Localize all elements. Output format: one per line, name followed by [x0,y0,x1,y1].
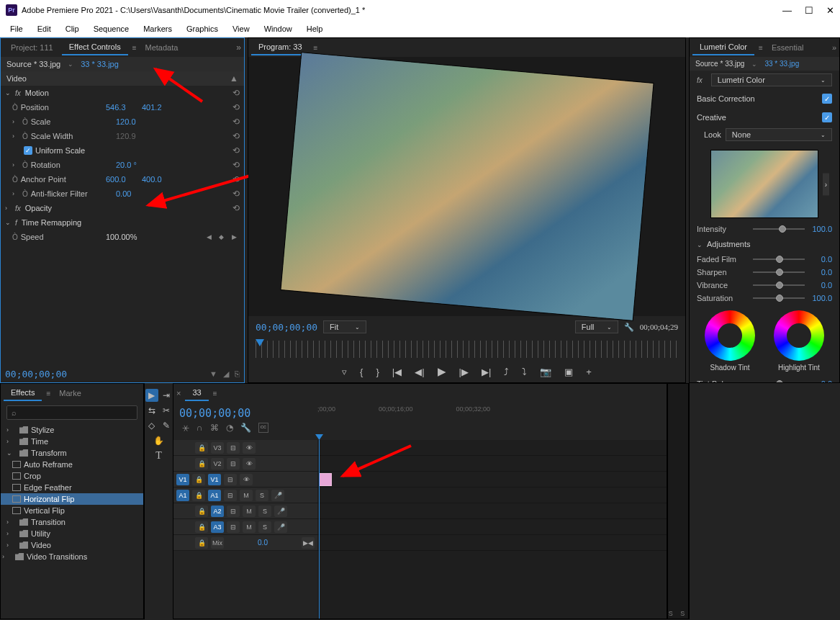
rotation-value[interactable]: 20.0 ° [116,161,152,169]
eye-icon[interactable]: 👁 [243,458,256,470]
track-label[interactable]: V2 [211,458,224,470]
timeline-ruler[interactable]: ;00;00 00;00;16;00 00;00;32;00 [317,403,667,440]
panel-menu-icon[interactable]: ≡ [46,390,50,397]
track-label[interactable]: V1 [208,474,221,485]
track-label[interactable]: A1 [208,490,221,501]
wrench-icon[interactable]: 🔧 [624,323,634,332]
minimize-button[interactable]: — [782,5,792,16]
pen-tool[interactable]: ✎ [160,419,173,432]
toggle-output-icon[interactable]: ⊟ [227,506,240,517]
timeline-timecode[interactable]: 00;00;00;00 [179,407,312,420]
program-ruler[interactable] [256,341,678,358]
lock-icon[interactable]: 🔒 [192,474,205,485]
in-icon[interactable]: { [360,367,363,377]
cc-icon[interactable]: cc [258,423,268,433]
panel-menu-icon[interactable]: ≡ [132,44,137,52]
toggle-output-icon[interactable]: ⊟ [227,521,240,533]
stopwatch-icon[interactable]: Ò [22,190,28,198]
mix-value[interactable]: 0.0 [227,539,299,547]
reset-button[interactable]: ⟲ [232,203,240,213]
reset-button[interactable]: ⟲ [232,189,240,199]
track-label[interactable]: V3 [211,442,224,454]
sharpen-slider[interactable] [753,271,805,273]
marker-icon[interactable]: ▿ [342,367,347,377]
creative-section[interactable]: Creative✓ [690,108,839,127]
effect-horizontal-flip[interactable]: Horizontal Flip [1,493,143,505]
lock-icon[interactable]: 🔒 [195,458,208,470]
highlight-tint-wheel[interactable] [774,310,824,361]
type-tool[interactable]: T [153,449,166,462]
adjustments-section[interactable]: Adjustments [707,240,751,248]
mute-button[interactable]: M [243,521,256,533]
shadow-tint-wheel[interactable] [705,310,755,361]
tab-markers[interactable]: Marke [52,386,89,400]
folder-time[interactable]: ›Time [1,436,143,447]
pin-icon[interactable]: ◢ [223,369,229,379]
folder-utility[interactable]: ›Utility [1,528,143,539]
tab-project[interactable]: Project: 111 [4,40,60,55]
resolution-select[interactable]: Full⌄ [575,320,618,333]
speed-value[interactable]: 100.00% [106,233,137,241]
panel-overflow-icon[interactable]: » [236,42,241,53]
folder-video-transitions[interactable]: ›Video Transitions [1,551,143,562]
snap-icon[interactable]: ⚹ [182,423,189,433]
reset-button[interactable]: ⟲ [232,145,240,156]
compare-icon[interactable]: ▣ [564,367,573,377]
reset-button[interactable]: ⟲ [232,174,240,184]
basic-correction-section[interactable]: Basic Correction✓ [690,89,839,108]
lane-mix[interactable] [317,535,667,551]
keyframe-nav[interactable]: ◀ ◆ ▶ [207,233,240,241]
video-clip[interactable] [319,473,332,486]
folder-video[interactable]: ›Video [1,539,143,551]
mute-button[interactable]: M [240,490,253,501]
search-input[interactable]: ⌕ [6,405,137,420]
solo-button[interactable]: S [256,490,268,501]
lane-v1[interactable] [317,472,667,488]
program-monitor[interactable] [248,57,685,316]
voice-icon[interactable]: 🎤 [274,506,287,517]
folder-transition[interactable]: ›Transition [1,516,143,528]
menu-window[interactable]: Window [258,23,298,35]
panel-menu-icon[interactable]: ≡ [314,44,318,52]
step-back-icon[interactable]: ◀| [415,367,424,377]
source-patch[interactable]: A1 [176,490,189,501]
track-label[interactable]: A2 [211,506,224,517]
eye-icon[interactable]: 👁 [240,474,253,485]
tab-effects[interactable]: Effects [4,385,42,401]
track-label[interactable]: Mix [211,537,224,549]
menu-file[interactable]: File [4,23,29,35]
play-icon[interactable]: ▶ [438,365,446,378]
motion-effect[interactable]: Motion [25,89,49,97]
tab-essential[interactable]: Essential [764,40,811,55]
uniform-scale-checkbox[interactable]: ✓ [24,146,32,155]
export-frame-icon[interactable]: 📷 [540,367,551,377]
chevron-down-icon[interactable]: ⌄ [751,60,757,68]
menu-clip[interactable]: Clip [60,23,85,35]
target-clip-link[interactable]: 33 * 33.jpg [81,60,119,68]
vibrance-slider[interactable] [753,284,805,286]
anchor-y[interactable]: 400.0 [142,175,178,184]
position-x[interactable]: 546.3 [106,103,142,112]
ec-timecode[interactable]: 00;00;00;00 [5,369,67,379]
stopwatch-icon[interactable]: Ò [12,176,18,184]
intensity-value[interactable]: 100.0 [809,225,832,233]
effect-crop[interactable]: Crop [1,470,143,482]
solo-button[interactable]: S [258,521,271,533]
lift-icon[interactable]: ⤴ [504,367,509,377]
chevron-icon[interactable]: ⌄ [5,219,12,226]
look-select[interactable]: None⌄ [726,128,832,141]
scale-value[interactable]: 120.0 [116,117,152,126]
faded-value[interactable]: 0.0 [809,255,832,264]
saturation-value[interactable]: 100.0 [809,294,832,302]
saturation-slider[interactable] [753,297,805,299]
goto-out-icon[interactable]: ▶| [482,367,491,377]
ripple-tool[interactable]: ⇆ [145,404,158,417]
lane-v2[interactable] [317,456,667,472]
wrench-icon[interactable]: 🔧 [240,423,251,433]
lane-v3[interactable] [317,440,667,456]
effect-auto-reframe[interactable]: Auto Reframe [1,459,143,470]
next-arrow-icon[interactable]: › [823,173,829,195]
lane-a1[interactable] [317,488,667,503]
lock-icon[interactable]: 🔒 [192,490,205,501]
panel-menu-icon[interactable]: ≡ [213,390,217,397]
